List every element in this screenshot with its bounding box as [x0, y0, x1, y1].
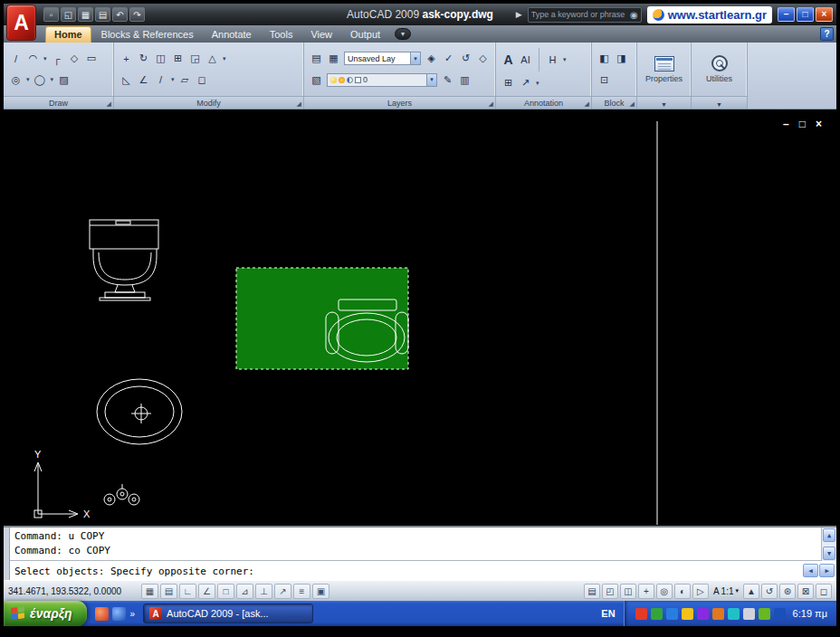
layer-combo[interactable]: Unsaved Lay — [344, 52, 421, 65]
coordinates-readout[interactable]: 341.4671, 193.5322, 0.0000 — [8, 586, 140, 596]
modify-panel-label[interactable]: Modify — [196, 99, 221, 108]
command-line-window[interactable]: Command: u COPY Command: co COPY Select … — [4, 526, 836, 580]
line-tool-icon[interactable]: / — [9, 52, 23, 66]
binoculars-icon[interactable]: ◉ — [630, 10, 638, 20]
snap-button[interactable]: ▦ — [141, 584, 158, 599]
tab-home[interactable]: Home — [45, 26, 91, 43]
draw-panel-label[interactable]: Draw — [49, 99, 68, 108]
tray-icon[interactable] — [759, 608, 770, 620]
tray-icon[interactable] — [774, 608, 786, 620]
autocad-task-button[interactable]: A AutoCAD 2009 - [ask... — [143, 604, 313, 623]
move-tool-icon[interactable]: + — [119, 52, 133, 66]
annotation-scale-control[interactable]: A 1:1 — [711, 586, 741, 596]
layer-combo-dropdown-icon[interactable] — [410, 52, 420, 64]
properties-panel-label[interactable]: Properties — [645, 74, 682, 83]
scroll-right-icon[interactable]: ▶ — [819, 564, 835, 577]
polar-button[interactable]: ∠ — [198, 584, 215, 599]
tray-icon[interactable] — [728, 608, 740, 620]
single-text-icon[interactable]: AI — [519, 52, 532, 67]
minimize-button[interactable]: – — [778, 7, 795, 22]
save-icon[interactable]: ▦ — [78, 7, 93, 22]
properties-palette-icon[interactable] — [654, 56, 674, 71]
block-editor-icon[interactable]: ⊡ — [597, 72, 611, 87]
grid-button[interactable]: ▤ — [160, 584, 177, 599]
trim-tool-icon[interactable]: ▱ — [178, 72, 192, 87]
annotation-panel-label[interactable]: Annotation — [524, 99, 563, 108]
tab-output[interactable]: Output — [342, 27, 388, 43]
annotation-panel-launcher-icon[interactable] — [585, 100, 589, 108]
leader-dropdown-icon[interactable] — [536, 80, 539, 87]
undo-icon[interactable]: ↶ — [112, 7, 128, 22]
redo-icon[interactable]: ↷ — [129, 7, 145, 22]
fillet-tool-icon[interactable]: ∠ — [137, 72, 150, 87]
utilities-panel-label[interactable]: Utilities — [706, 74, 732, 83]
tray-icon[interactable] — [682, 608, 693, 620]
selection-highlight-rect[interactable] — [236, 268, 408, 369]
linear-dimension-icon[interactable]: H — [546, 52, 559, 67]
command-vertical-scrollbar[interactable]: ▲ ▼ — [821, 528, 836, 561]
annotation-scale-dropdown-icon[interactable] — [735, 587, 739, 594]
tray-icon[interactable] — [712, 608, 724, 620]
circle-dropdown-icon[interactable] — [26, 76, 30, 83]
polyline-tool-icon[interactable]: ┌ — [51, 52, 64, 66]
ellipse-tool-icon[interactable]: ◯ — [33, 72, 47, 87]
layer-freeze-icon[interactable]: ▧ — [310, 72, 323, 87]
layer-color-swatch[interactable] — [355, 77, 361, 83]
language-indicator[interactable]: EN — [593, 608, 623, 619]
model-button[interactable]: ▤ — [584, 584, 600, 599]
tray-icon[interactable] — [697, 608, 709, 620]
layer-walk-icon[interactable]: ▥ — [458, 72, 472, 87]
circle-tool-icon[interactable]: ◎ — [9, 72, 23, 87]
tray-icon[interactable] — [743, 608, 755, 620]
ortho-button[interactable]: ∟ — [179, 584, 196, 599]
zoom-button[interactable]: ◎ — [656, 584, 673, 599]
ellipse-dropdown-icon[interactable] — [51, 76, 54, 83]
polygon-tool-icon[interactable]: ◇ — [68, 52, 81, 66]
tab-tools[interactable]: Tools — [262, 27, 301, 43]
chamfer-tool-icon[interactable]: / — [154, 72, 167, 87]
mirror-tool-icon[interactable]: ◫ — [154, 52, 167, 66]
quick-launch-icon[interactable] — [112, 607, 126, 621]
annotation-visibility-button[interactable]: ▲ — [743, 584, 759, 599]
tray-icon[interactable] — [635, 608, 647, 620]
osnap-button[interactable]: □ — [217, 584, 234, 599]
sink-top-view[interactable] — [97, 379, 182, 444]
pan-button[interactable]: + — [638, 584, 654, 599]
tray-icon[interactable] — [651, 608, 663, 620]
doc-restore-button[interactable]: □ — [799, 119, 806, 129]
modify-panel-launcher-icon[interactable] — [297, 100, 301, 108]
otrack-button[interactable]: ⊿ — [236, 584, 253, 599]
leader-icon[interactable]: ↗ — [519, 76, 532, 90]
erase-tool-icon[interactable]: ◺ — [119, 72, 133, 87]
taskbar-clock[interactable]: 6:19 πμ — [793, 608, 827, 619]
block-panel-label[interactable]: Block — [604, 99, 624, 108]
draw-panel-launcher-icon[interactable] — [107, 100, 111, 108]
show-motion-button[interactable]: ▷ — [692, 584, 709, 599]
multiline-text-icon[interactable]: A — [501, 52, 515, 67]
steering-wheel-button[interactable]: ◐ — [674, 584, 691, 599]
layer-unisolate-icon[interactable]: ✓ — [442, 52, 455, 66]
scroll-up-icon[interactable]: ▲ — [823, 528, 835, 542]
layer-state-icon[interactable]: ◇ — [476, 52, 490, 66]
arc-tool-icon[interactable]: ◠ — [26, 52, 40, 66]
dyn-button[interactable]: ↗ — [274, 584, 291, 599]
tray-icon[interactable] — [666, 608, 678, 620]
plot-icon[interactable]: ▤ — [95, 7, 110, 22]
arc-dropdown-icon[interactable] — [43, 55, 47, 62]
toilet-front-view[interactable] — [90, 220, 158, 300]
qp-button[interactable]: ▣ — [312, 584, 329, 599]
new-icon[interactable]: ▫ — [43, 7, 59, 22]
tab-annotate[interactable]: Annotate — [204, 27, 260, 43]
layers-panel-launcher-icon[interactable] — [489, 100, 493, 108]
scale-tool-icon[interactable]: ◲ — [188, 52, 202, 66]
table-icon[interactable]: ⊞ — [501, 76, 515, 90]
rectangle-tool-icon[interactable]: ▭ — [85, 52, 99, 66]
faucet-symbols[interactable] — [104, 484, 139, 505]
doc-close-button[interactable]: × — [816, 119, 822, 129]
tab-view[interactable]: View — [302, 27, 340, 43]
layer-properties-icon[interactable]: ▤ — [310, 52, 323, 66]
ducs-button[interactable]: ⊥ — [255, 584, 272, 599]
layers-panel-label[interactable]: Layers — [387, 99, 412, 108]
scroll-left-icon[interactable]: ◀ — [803, 564, 818, 577]
search-go-icon[interactable]: ▶ — [516, 10, 522, 19]
